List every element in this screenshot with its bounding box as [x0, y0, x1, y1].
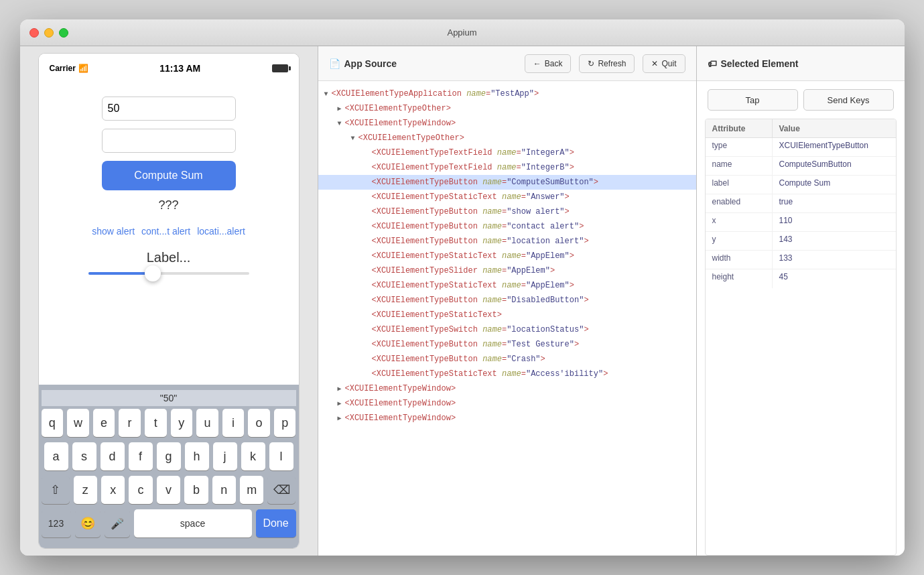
key-123[interactable]: 123 — [42, 509, 71, 537]
key-o[interactable]: o — [248, 409, 270, 437]
key-v[interactable]: v — [157, 476, 180, 504]
tree-row[interactable]: <XCUIElementTypeSlider name="AppElem"> — [318, 263, 696, 278]
minimize-button[interactable] — [44, 28, 54, 38]
key-mic[interactable]: 🎤 — [105, 509, 130, 537]
key-u[interactable]: u — [196, 409, 218, 437]
props-table-row: enabled true — [706, 194, 896, 213]
key-i[interactable]: i — [222, 409, 245, 437]
tree-row[interactable]: <XCUIElementTypeStaticText name="AppElem… — [318, 278, 696, 293]
tree-row[interactable]: <XCUIElementTypeTextField name="IntegerB… — [318, 160, 696, 175]
tree-row[interactable]: <XCUIElementTypeStaticText name="Access'… — [318, 367, 696, 381]
tree-spacer — [361, 310, 372, 320]
tree-row[interactable]: ▶<XCUIElementTypeOther> — [318, 101, 696, 116]
tree-row[interactable]: ▶<XCUIElementTypeWindow> — [318, 411, 696, 426]
battery-icon — [272, 64, 288, 72]
key-a[interactable]: a — [44, 442, 68, 470]
cont-alert-link[interactable]: cont...t alert — [141, 226, 190, 237]
doc-icon: 📄 — [329, 58, 340, 69]
key-delete[interactable]: ⌫ — [267, 476, 295, 504]
tree-row[interactable]: <XCUIElementTypeSwitch name="locationSta… — [318, 322, 696, 337]
source-panel-header: 📄 App Source ← Back ↻ Refresh ✕ Quit — [318, 46, 696, 81]
back-button[interactable]: ← Back — [525, 54, 572, 73]
tree-toggle[interactable]: ▼ — [348, 133, 358, 143]
key-p[interactable]: p — [274, 409, 296, 437]
tree-row[interactable]: <XCUIElementTypeButton name="location al… — [318, 234, 696, 249]
tree-row[interactable]: <XCUIElementTypeStaticText> — [318, 308, 696, 322]
tree-row[interactable]: ▶<XCUIElementTypeWindow> — [318, 396, 696, 411]
key-c[interactable]: c — [129, 476, 152, 504]
key-g[interactable]: g — [157, 442, 181, 470]
tree-element: <XCUIElementTypeStaticText name="AppElem… — [372, 281, 574, 290]
key-emoji[interactable]: 😊 — [75, 509, 101, 537]
tree-element: <XCUIElementTypeStaticText name="Answer"… — [372, 192, 570, 202]
tree-toggle[interactable]: ▶ — [334, 103, 345, 114]
key-f[interactable]: f — [129, 442, 153, 470]
locati-alert-link[interactable]: locati...alert — [197, 226, 245, 237]
tree-toggle[interactable]: ▼ — [321, 88, 332, 99]
key-l[interactable]: l — [269, 442, 293, 470]
prop-val-cell: ComputeSumButton — [773, 157, 896, 175]
tree-row[interactable]: <XCUIElementTypeStaticText name="Answer"… — [318, 190, 696, 204]
tree-row[interactable]: <XCUIElementTypeButton name="DisabledBut… — [318, 293, 696, 308]
tree-row[interactable]: <XCUIElementTypeButton name="contact ale… — [318, 219, 696, 234]
show-alert-link[interactable]: show alert — [92, 226, 135, 237]
key-n[interactable]: n — [212, 476, 236, 504]
maximize-button[interactable] — [59, 28, 68, 38]
tree-row[interactable]: <XCUIElementTypeButton name="Test Gestur… — [318, 337, 696, 352]
slider-track[interactable] — [88, 272, 249, 275]
tree-attr-value: "AppElem" — [507, 266, 550, 275]
key-d[interactable]: d — [101, 442, 125, 470]
key-s[interactable]: s — [72, 442, 96, 470]
send-keys-button[interactable]: Send Keys — [803, 89, 894, 111]
prop-attr-cell: type — [706, 138, 773, 156]
close-button[interactable] — [29, 28, 39, 38]
keyboard-row-2: a s d f g h j k l — [42, 442, 296, 470]
tree-element: <XCUIElementTypeButton name="ComputeSumB… — [372, 178, 598, 187]
tree-toggle[interactable]: ▶ — [334, 383, 345, 394]
key-w[interactable]: w — [67, 409, 89, 437]
prop-val-cell: XCUIElementTypeButton — [773, 138, 896, 156]
tree-row[interactable]: ▶<XCUIElementTypeWindow> — [318, 381, 696, 396]
tree-toggle[interactable]: ▶ — [334, 413, 345, 424]
tree-toggle[interactable]: ▶ — [334, 398, 345, 409]
tree-attr-value: "TestApp" — [490, 89, 534, 99]
key-x[interactable]: x — [101, 476, 125, 504]
key-m[interactable]: m — [240, 476, 263, 504]
key-shift[interactable]: ⇧ — [42, 476, 70, 504]
key-q[interactable]: q — [42, 409, 64, 437]
key-h[interactable]: h — [185, 442, 209, 470]
key-b[interactable]: b — [184, 476, 208, 504]
key-r[interactable]: r — [119, 409, 141, 437]
tree-toggle[interactable]: ▼ — [334, 118, 345, 129]
tree-row[interactable]: <XCUIElementTypeButton name="Crash"> — [318, 352, 696, 367]
tree-row[interactable]: ▼<XCUIElementTypeWindow> — [318, 116, 696, 131]
tree-row[interactable]: ▼<XCUIElementTypeApplication name="TestA… — [318, 86, 696, 101]
prop-val-cell: 110 — [773, 213, 896, 231]
key-j[interactable]: j — [213, 442, 237, 470]
tap-button[interactable]: Tap — [708, 89, 798, 111]
key-e[interactable]: e — [93, 409, 115, 437]
key-z[interactable]: z — [74, 476, 97, 504]
key-y[interactable]: y — [171, 409, 193, 437]
tree-row[interactable]: <XCUIElementTypeStaticText name="AppElem… — [318, 249, 696, 263]
tree-row[interactable]: <XCUIElementTypeButton name="ComputeSumB… — [318, 175, 696, 190]
prop-val-cell: 45 — [773, 269, 896, 288]
key-done[interactable]: Done — [256, 509, 296, 537]
key-t[interactable]: t — [145, 409, 167, 437]
refresh-button[interactable]: ↻ Refresh — [579, 54, 635, 73]
slider-fill — [88, 272, 153, 275]
slider-thumb[interactable] — [145, 265, 161, 281]
quit-button[interactable]: ✕ Quit — [643, 54, 685, 73]
tree-row[interactable]: <XCUIElementTypeTextField name="IntegerA… — [318, 145, 696, 160]
props-table-header: Attribute Value — [706, 119, 896, 138]
integer-b-field[interactable] — [102, 129, 236, 153]
key-k[interactable]: k — [241, 442, 265, 470]
key-space[interactable]: space — [134, 509, 252, 537]
tree-spacer — [361, 324, 372, 335]
integer-a-field[interactable]: 50 — [102, 97, 236, 121]
compute-sum-button[interactable]: Compute Sum — [102, 161, 236, 190]
statusbar-right — [272, 64, 288, 72]
tree-row[interactable]: <XCUIElementTypeButton name="show alert"… — [318, 204, 696, 219]
tree-row[interactable]: ▼<XCUIElementTypeOther> — [318, 131, 696, 145]
source-tree[interactable]: ▼<XCUIElementTypeApplication name="TestA… — [318, 81, 696, 556]
